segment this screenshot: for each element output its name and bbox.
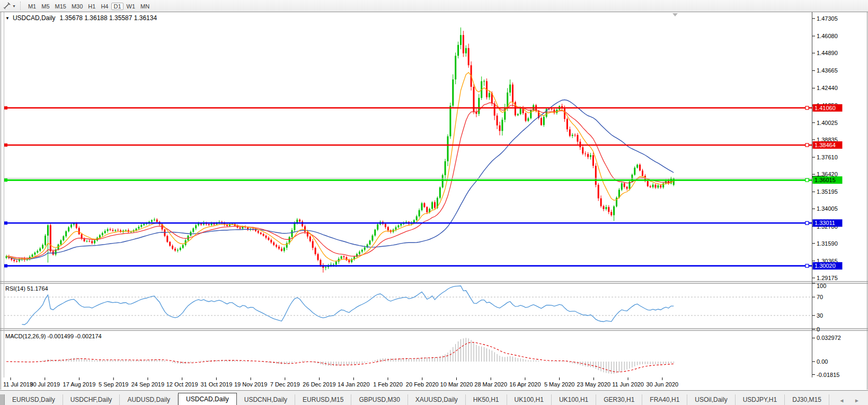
svg-text:-0.01815: -0.01815 [817, 372, 839, 378]
svg-text:5 Sep 2019: 5 Sep 2019 [99, 381, 128, 388]
svg-text:1.29175: 1.29175 [817, 275, 838, 281]
svg-text:26 Dec 2019: 26 Dec 2019 [303, 381, 335, 388]
tab-dj30-m15[interactable]: DJ30,M15 [785, 394, 829, 405]
svg-text:7 Dec 2019: 7 Dec 2019 [270, 381, 300, 388]
svg-text:1.40025: 1.40025 [817, 120, 838, 126]
tab-usdjpy-h1[interactable]: USDJPY,H1 [736, 394, 785, 405]
svg-text:0.00: 0.00 [817, 358, 828, 365]
tab-xauusd-daily[interactable]: XAUUSD,Daily [408, 394, 466, 405]
svg-text:0: 0 [817, 326, 820, 332]
svg-text:1.35195: 1.35195 [817, 188, 838, 195]
chart-canvas[interactable]: 1.473051.460801.448901.436651.424401.412… [0, 0, 868, 405]
chart-ohlc-values: 1.35678 1.36188 1.35587 1.36134 [60, 14, 157, 22]
macd-label: MACD(12,26,9) -0.001499 -0.002174 [5, 333, 102, 339]
svg-text:10 Mar 2020: 10 Mar 2020 [440, 381, 473, 388]
svg-text:12 Oct 2019: 12 Oct 2019 [166, 381, 198, 388]
tab-audusd-daily[interactable]: AUDUSD,Daily [120, 394, 178, 405]
svg-text:30 Jun 2020: 30 Jun 2020 [646, 381, 679, 388]
svg-text:1.30020: 1.30020 [814, 263, 836, 269]
svg-text:0.032972: 0.032972 [817, 335, 841, 341]
svg-text:1 Feb 2020: 1 Feb 2020 [373, 381, 403, 388]
svg-text:23 May 2020: 23 May 2020 [577, 381, 611, 388]
svg-text:1.44890: 1.44890 [817, 50, 838, 56]
svg-text:30: 30 [817, 312, 823, 319]
svg-text:70: 70 [817, 294, 823, 300]
tab-uk100-h1[interactable]: UK100,H1 [507, 394, 552, 405]
tab-fra40-h1[interactable]: FRA40,H1 [642, 394, 687, 405]
svg-text:1.46080: 1.46080 [817, 33, 838, 39]
svg-text:19 Nov 2019: 19 Nov 2019 [234, 381, 267, 388]
chart-tab-bar: EURUSD,DailyUSDCHF,DailyAUDUSD,DailyUSDC… [0, 390, 868, 405]
svg-text:28 Mar 2020: 28 Mar 2020 [474, 381, 507, 388]
svg-text:1.36015: 1.36015 [814, 177, 836, 183]
tab-usoil-daily[interactable]: USOil,Daily [687, 394, 735, 405]
tab-hk50-h1[interactable]: HK50,H1 [466, 394, 507, 405]
svg-text:31 Oct 2019: 31 Oct 2019 [200, 381, 232, 388]
chart-symbol-period: USDCAD,Daily [13, 14, 56, 22]
tab-uk100-h1[interactable]: UK100,H1 [552, 394, 596, 405]
tab-scroll-arrows[interactable]: ◄ ► [839, 398, 864, 403]
svg-text:17 Aug 2019: 17 Aug 2019 [63, 381, 96, 388]
svg-text:1.42440: 1.42440 [817, 85, 838, 91]
svg-text:20 Feb 2020: 20 Feb 2020 [406, 381, 439, 388]
pane-chrome [0, 12, 868, 390]
svg-text:1.31590: 1.31590 [817, 240, 838, 247]
tab-gbpusd-m30[interactable]: GBPUSD,M30 [351, 394, 408, 405]
svg-text:24 Sep 2019: 24 Sep 2019 [131, 381, 164, 388]
tab-eurusd-m15[interactable]: EURUSD,M15 [295, 394, 351, 405]
svg-text:100: 100 [817, 283, 826, 289]
rsi-label: RSI(14) 51.1764 [5, 285, 48, 292]
svg-text:1.33011: 1.33011 [814, 220, 835, 226]
down-triangle-icon[interactable]: ▼ [5, 16, 10, 21]
svg-text:16 Apr 2020: 16 Apr 2020 [509, 381, 541, 388]
svg-text:1.47305: 1.47305 [817, 15, 838, 22]
svg-text:1.34005: 1.34005 [817, 205, 838, 212]
svg-text:1.43665: 1.43665 [817, 67, 838, 74]
tab-ger30-h1[interactable]: GER30,H1 [596, 394, 642, 405]
tabbar-left-stub [0, 394, 5, 405]
tabs-holder: EURUSD,DailyUSDCHF,DailyAUDUSD,DailyUSDC… [5, 393, 829, 405]
svg-text:1.37610: 1.37610 [817, 154, 838, 160]
svg-text:5 May 2020: 5 May 2020 [544, 381, 574, 388]
mt4-terminal: ▼ M1M5M15M30H1H4D1W1MN 1.473051.460801.4… [0, 0, 868, 405]
svg-text:14 Jan 2020: 14 Jan 2020 [338, 381, 370, 388]
tab-usdcad-daily[interactable]: USDCAD,Daily [178, 393, 237, 405]
tab-usdcnh-daily[interactable]: USDCNH,Daily [237, 394, 295, 405]
svg-text:1.38464: 1.38464 [814, 142, 836, 148]
tab-usdchf-daily[interactable]: USDCHF,Daily [63, 394, 120, 405]
svg-text:11 Jul 2019: 11 Jul 2019 [3, 381, 33, 388]
svg-text:30 Jul 2019: 30 Jul 2019 [30, 381, 60, 388]
chart-title: ▼USDCAD,Daily1.35678 1.36188 1.35587 1.3… [5, 14, 157, 22]
tab-eurusd-daily[interactable]: EURUSD,Daily [5, 394, 63, 405]
svg-text:1.41060: 1.41060 [814, 105, 836, 111]
svg-text:11 Jun 2020: 11 Jun 2020 [612, 381, 644, 388]
